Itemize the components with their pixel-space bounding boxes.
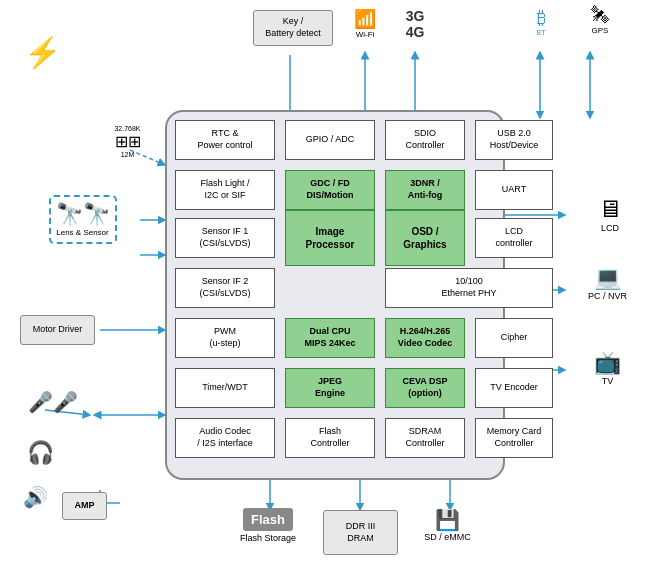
- tv-enc-block: TV Encoder: [475, 368, 553, 408]
- pc-nvr-area: 💻 PC / NVR: [570, 265, 645, 320]
- usb-block: USB 2.0 Host/Device: [475, 120, 553, 160]
- gdc-fd-block: GDC / FD DIS/Motion: [285, 170, 375, 210]
- gpio-block: GPIO / ADC: [285, 120, 375, 160]
- headphone-area: 🎧: [15, 440, 65, 475]
- tv-area: 📺 TV: [575, 350, 640, 400]
- audio-block: Audio Codec / I2S interface: [175, 418, 275, 458]
- flash-light-block: Flash Light / I2C or SIF: [175, 170, 275, 210]
- sd-emmc-area: 💾 SD / eMMC: [415, 508, 480, 558]
- 3g4g-area: 3G4G: [393, 8, 437, 48]
- dual-cpu-block: Dual CPU MIPS 24Kec: [285, 318, 375, 358]
- lens-sensor-area: 🔭🔭 Lens & Sensor: [15, 195, 150, 275]
- block-diagram: NT98510 RTC & Power control GPIO / ADC S…: [0, 0, 664, 575]
- lcd-area: 🖥 LCD: [575, 195, 645, 245]
- pwm-block: PWM (u-step): [175, 318, 275, 358]
- mic-area: 🎤🎤: [15, 390, 90, 425]
- amp-block: AMP: [62, 492, 107, 520]
- ddr3-block: DDR III DRAM: [323, 510, 398, 555]
- image-proc-block: Image Processor: [285, 210, 375, 266]
- osd-graphics-block: OSD / Graphics: [385, 210, 465, 266]
- crystal-area: 32.768K ⊞⊞ 12M: [100, 125, 155, 175]
- sdram-ctrl-block: SDRAM Controller: [385, 418, 465, 458]
- memcard-block: Memory Card Controller: [475, 418, 553, 458]
- sensor2-block: Sensor IF 2 (CSI/sLVDS): [175, 268, 275, 308]
- key-battery-block: Key / Battery detect: [253, 10, 333, 46]
- sdio-block: SDIO Controller: [385, 120, 465, 160]
- flash-ctrl-block: Flash Controller: [285, 418, 375, 458]
- flash-icon-area: ⚡: [15, 35, 70, 90]
- rtc-block: RTC & Power control: [175, 120, 275, 160]
- sensor1-block: Sensor IF 1 (CSI/sLVDS): [175, 218, 275, 258]
- jpeg-block: JPEG Engine: [285, 368, 375, 408]
- flash-storage-area: Flash Flash Storage: [228, 508, 308, 563]
- 3dnr-block: 3DNR / Anti-fog: [385, 170, 465, 210]
- uart-block: UART: [475, 170, 553, 210]
- h264-block: H.264/H.265 Video Codec: [385, 318, 465, 358]
- timer-block: Timer/WDT: [175, 368, 275, 408]
- bluetooth-area: ₿ BT: [526, 8, 556, 48]
- gps-area: 🛰 GPS: [575, 5, 625, 50]
- lcd-ctrl-block: LCD controller: [475, 218, 553, 258]
- cipher-block: Cipher: [475, 318, 553, 358]
- ceva-block: CEVA DSP (option): [385, 368, 465, 408]
- ethernet-block: 10/100 Ethernet PHY: [385, 268, 553, 308]
- wifi-area: 📶 Wi-Fi: [345, 8, 385, 48]
- speaker-area: 🔊: [10, 485, 60, 525]
- motor-driver-block: Motor Driver: [20, 315, 95, 345]
